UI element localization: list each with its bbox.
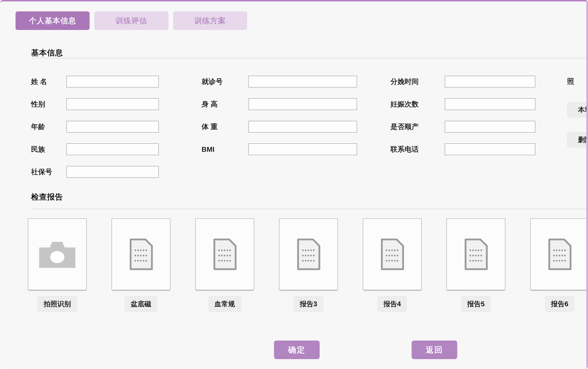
tab-training-evaluation[interactable]: 训练评估 xyxy=(94,11,168,30)
bmi-input[interactable] xyxy=(248,144,357,155)
social-security-label: 社保号 xyxy=(31,167,66,177)
report-label-report6[interactable]: 报告6 xyxy=(545,296,575,312)
pregnancy-count-label: 妊娠次数 xyxy=(391,100,445,109)
camera-icon xyxy=(38,240,77,269)
report-label-photo-recognition[interactable]: 拍照识别 xyxy=(38,296,77,312)
tab-training-plan[interactable]: 训练方案 xyxy=(173,11,247,30)
field-weight: 体 重 xyxy=(202,115,357,138)
field-name: 姓 名 xyxy=(31,70,159,93)
report-label-pelvic-magnetic[interactable]: 盆底磁 xyxy=(125,296,157,312)
report-cards-row xyxy=(28,218,588,290)
ethnicity-input[interactable] xyxy=(66,144,159,155)
field-height: 身 高 xyxy=(202,93,357,115)
phone-input[interactable] xyxy=(445,144,535,155)
field-natural-birth: 是否顺产 xyxy=(391,115,535,138)
document-icon xyxy=(129,238,153,270)
visit-number-input[interactable] xyxy=(248,76,357,87)
gender-label: 性别 xyxy=(31,100,66,109)
confirm-button[interactable]: 确定 xyxy=(274,340,320,359)
delivery-time-label: 分娩时间 xyxy=(391,77,445,86)
gender-input[interactable] xyxy=(66,98,159,110)
name-input[interactable] xyxy=(66,76,159,87)
natural-birth-input[interactable] xyxy=(445,121,535,133)
report-card-report5[interactable] xyxy=(446,218,505,290)
field-phone: 联系电话 xyxy=(391,138,535,161)
photo-label: 照片 xyxy=(567,77,588,86)
delete-photo-button[interactable]: 删除照片 xyxy=(567,132,588,148)
reports-title: 检查报告 xyxy=(31,192,63,202)
delivery-time-input[interactable] xyxy=(445,76,535,87)
document-icon xyxy=(380,238,404,270)
age-input[interactable] xyxy=(66,121,159,133)
field-gender: 性别 xyxy=(31,93,159,115)
report-label-report5[interactable]: 报告5 xyxy=(461,296,491,312)
height-input[interactable] xyxy=(248,98,357,110)
field-bmi: BMI xyxy=(202,138,357,161)
divider xyxy=(31,209,588,209)
divider xyxy=(31,58,588,58)
report-label-report4[interactable]: 报告4 xyxy=(377,296,407,312)
report-card-photo-recognition[interactable] xyxy=(28,218,87,290)
report-card-report4[interactable] xyxy=(363,218,422,290)
height-label: 身 高 xyxy=(202,100,248,109)
document-icon xyxy=(548,238,572,270)
tab-bar: 个人基本信息 训练评估 训练方案 xyxy=(16,11,247,30)
tab-personal-info[interactable]: 个人基本信息 xyxy=(16,11,90,30)
basic-info-title: 基本信息 xyxy=(31,48,63,58)
local-upload-button[interactable]: 本地上传 xyxy=(567,102,588,118)
report-card-blood-routine[interactable] xyxy=(195,218,254,290)
phone-label: 联系电话 xyxy=(391,144,445,154)
field-visit-number: 就诊号 xyxy=(202,70,357,93)
report-card-report3[interactable] xyxy=(279,218,338,290)
field-social-security: 社保号 xyxy=(31,161,159,183)
natural-birth-label: 是否顺产 xyxy=(391,122,445,132)
document-icon xyxy=(297,238,320,270)
ethnicity-label: 民族 xyxy=(31,144,66,154)
form-column-2: 就诊号 身 高 体 重 BMI xyxy=(202,70,357,161)
document-icon xyxy=(213,238,237,270)
weight-label: 体 重 xyxy=(202,122,248,132)
pregnancy-count-input[interactable] xyxy=(445,98,535,110)
weight-input[interactable] xyxy=(248,121,357,133)
name-label: 姓 名 xyxy=(31,77,66,86)
report-card-pelvic-magnetic[interactable] xyxy=(112,218,170,290)
report-labels-row: 拍照识别 盆底磁 血常规 报告3 报告4 报告5 报告6 xyxy=(28,296,588,312)
document-icon xyxy=(464,238,488,270)
report-card-report6[interactable] xyxy=(530,218,588,290)
back-button[interactable]: 返回 xyxy=(412,340,457,359)
form-column-1: 姓 名 性别 年龄 民族 社保号 xyxy=(31,70,159,183)
visit-number-label: 就诊号 xyxy=(202,77,248,86)
report-label-report3[interactable]: 报告3 xyxy=(294,296,323,312)
field-pregnancy-count: 妊娠次数 xyxy=(391,93,535,115)
form-column-3: 分娩时间 妊娠次数 是否顺产 联系电话 xyxy=(391,70,535,161)
age-label: 年龄 xyxy=(31,122,66,132)
social-security-input[interactable] xyxy=(66,166,159,178)
field-age: 年龄 xyxy=(31,115,159,138)
bmi-label: BMI xyxy=(202,145,248,154)
report-label-blood-routine[interactable]: 血常规 xyxy=(208,296,241,312)
field-ethnicity: 民族 xyxy=(31,138,159,161)
page: 个人基本信息 训练评估 训练方案 基本信息 姓 名 性别 年龄 民族 社保号 就… xyxy=(0,0,588,369)
field-delivery-time: 分娩时间 xyxy=(391,70,535,93)
